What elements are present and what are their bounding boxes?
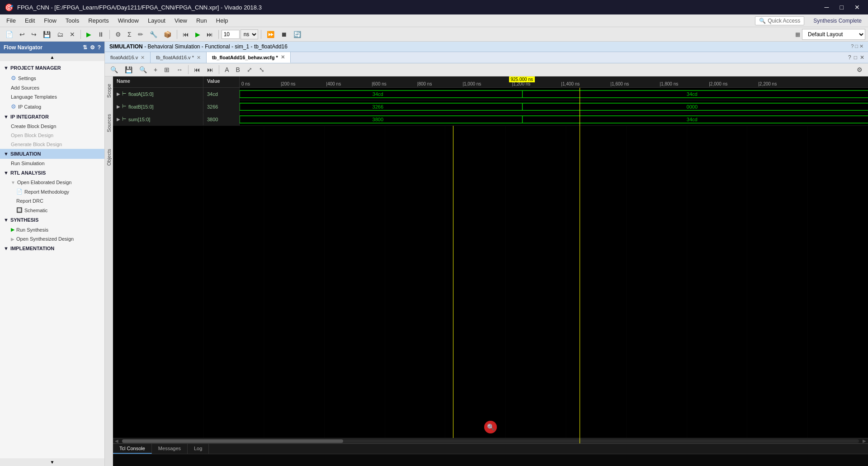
sim-collapse-btn[interactable]: ⤡: [256, 65, 267, 75]
synth-button[interactable]: 🔧: [147, 29, 160, 39]
tab-log[interactable]: Log: [188, 444, 209, 454]
sim-step-button[interactable]: ⏭: [204, 29, 216, 39]
nav-item-settings[interactable]: ⚙ Settings: [0, 73, 104, 83]
compile-button[interactable]: ✏: [135, 29, 146, 39]
scroll-right-btn[interactable]: ▶: [861, 438, 868, 443]
menu-layout[interactable]: Layout: [143, 15, 170, 26]
tab-floatadd16[interactable]: floatAdd16.v ✕: [105, 52, 151, 63]
impl-button[interactable]: 📦: [161, 29, 174, 39]
sim-cursor-b-btn[interactable]: B: [233, 65, 243, 75]
sim-nav-btn[interactable]: ↔: [174, 65, 185, 75]
sim-restart-button[interactable]: ⏮: [180, 29, 192, 39]
tab-tb-floatadd16[interactable]: tb_floatAdd16.v * ✕: [151, 52, 207, 63]
expand-floatb[interactable]: ▶: [117, 104, 120, 109]
nav-item-create-block-design[interactable]: Create Block Design: [0, 122, 104, 131]
scrollbar-thumb[interactable]: [122, 439, 343, 443]
nav-item-run-synthesis[interactable]: ▶ Run Synthesis: [0, 225, 104, 234]
nav-section-simulation[interactable]: ▼ SIMULATION: [0, 149, 104, 159]
tab-messages[interactable]: Messages: [152, 444, 188, 454]
menu-help[interactable]: Help: [212, 15, 233, 26]
run-button[interactable]: ▶: [84, 29, 94, 39]
close-button2[interactable]: ✕: [67, 29, 78, 39]
tab-close-all-btn[interactable]: ✕: [860, 54, 864, 61]
nav-scroll-up[interactable]: ▲: [0, 53, 104, 61]
left-tab-objects[interactable]: Objects: [105, 145, 113, 169]
menu-view[interactable]: View: [170, 15, 192, 26]
scrollbar-track[interactable]: [122, 439, 859, 443]
sim-fit-btn[interactable]: ⊞: [161, 65, 172, 75]
scroll-left-btn[interactable]: ◀: [113, 438, 120, 443]
nav-section-implementation[interactable]: ▼ IMPLEMENTATION: [0, 243, 104, 253]
maximize-button[interactable]: □: [836, 3, 847, 12]
stop-button[interactable]: ⏹: [278, 29, 290, 39]
menu-reports[interactable]: Reports: [84, 15, 113, 26]
magnifier-button[interactable]: 🔍: [484, 421, 497, 433]
title-bar-controls[interactable]: ─ □ ✕: [821, 3, 863, 12]
signal-wave-sum[interactable]: 3800 34cd: [240, 113, 868, 125]
sim-next-edge-btn[interactable]: ⏭: [204, 65, 216, 75]
nav-section-ip-integrator[interactable]: ▼ IP INTEGRATOR: [0, 112, 104, 122]
menu-file[interactable]: File: [2, 15, 20, 26]
left-tab-sources[interactable]: Sources: [105, 110, 113, 136]
nav-sub-item-report-drc[interactable]: Report DRC: [0, 196, 104, 205]
nav-sub-item-report-methodology[interactable]: 📄 Report Methodology: [0, 187, 104, 196]
menu-flow[interactable]: Flow: [39, 15, 61, 26]
tab-help-btn[interactable]: ?: [848, 54, 851, 61]
quick-access-box[interactable]: 🔍 Quick Access: [755, 16, 804, 25]
time-value-input[interactable]: 10: [222, 30, 240, 39]
sim-expand-btn[interactable]: ⤢: [244, 65, 255, 75]
reset-button[interactable]: 🔄: [291, 29, 304, 39]
sim-settings-btn[interactable]: ⚙: [854, 65, 865, 75]
nav-item-run-simulation[interactable]: Run Simulation: [0, 159, 104, 168]
power-button[interactable]: ⚙: [113, 29, 124, 39]
sim-save-btn[interactable]: 💾: [122, 65, 135, 75]
time-unit-select[interactable]: ns ps us: [241, 29, 258, 39]
expand-floata[interactable]: ▶: [117, 91, 120, 96]
nav-item-open-elaborated[interactable]: ▼ Open Elaborated Design: [0, 178, 104, 187]
tab-maximize-btn[interactable]: □: [854, 54, 857, 61]
nav-icon-sync[interactable]: ⇅: [83, 44, 87, 51]
save-all-button[interactable]: 🗂: [54, 29, 66, 39]
waveform-scrollbar[interactable]: ◀ ▶: [113, 438, 868, 443]
menu-edit[interactable]: Edit: [20, 15, 39, 26]
menu-window[interactable]: Window: [113, 15, 143, 26]
forward-button[interactable]: ⏩: [264, 29, 277, 39]
sim-run-button[interactable]: ▶: [193, 29, 203, 39]
nav-header-icons[interactable]: ⇅ ⚙ ?: [83, 44, 101, 51]
nav-sub-item-schematic[interactable]: 🔲 Schematic: [0, 205, 104, 215]
left-tab-scope[interactable]: Scope: [105, 80, 113, 101]
close-button[interactable]: ✕: [851, 3, 863, 12]
nav-icon-settings[interactable]: ⚙: [90, 44, 95, 51]
pause-button[interactable]: ⏸: [95, 29, 107, 39]
nav-item-ip-catalog[interactable]: ⚙ IP Catalog: [0, 101, 104, 112]
menu-tools[interactable]: Tools: [61, 15, 84, 26]
sim-prev-edge-btn[interactable]: ⏮: [191, 65, 203, 75]
redo-button[interactable]: ↪: [28, 29, 39, 39]
nav-item-open-synthesized[interactable]: ▶ Open Synthesized Design: [0, 234, 104, 243]
signal-wave-floata[interactable]: 34cd 34cd: [240, 88, 868, 100]
tab-close-2[interactable]: ✕: [281, 54, 285, 60]
sim-zoom-in-btn[interactable]: 🔍: [108, 65, 121, 75]
tab-close-1[interactable]: ✕: [197, 55, 201, 61]
nav-icon-help[interactable]: ?: [98, 44, 101, 51]
minimize-button[interactable]: ─: [821, 3, 833, 12]
sigma-button[interactable]: Σ: [125, 29, 134, 39]
save-button[interactable]: 💾: [40, 29, 53, 39]
sim-zoom-plus-btn[interactable]: +: [151, 65, 160, 75]
nav-item-add-sources[interactable]: Add Sources: [0, 83, 104, 92]
sim-zoom-out-btn[interactable]: 🔍: [137, 65, 150, 75]
nav-section-rtl[interactable]: ▼ RTL ANALYSIS: [0, 168, 104, 178]
sim-cursor-a-btn[interactable]: A: [222, 65, 231, 75]
tab-close-0[interactable]: ✕: [141, 55, 145, 61]
tab-wcfg[interactable]: tb_floatAdd16_behav.wcfg * ✕: [207, 52, 291, 63]
expand-sum[interactable]: ▶: [117, 117, 120, 122]
new-file-button[interactable]: 📄: [3, 29, 16, 39]
nav-item-language-templates[interactable]: Language Templates: [0, 92, 104, 101]
sim-header-icons[interactable]: ? □ ✕: [851, 43, 863, 49]
signal-wave-floatb[interactable]: 3266 0000: [240, 100, 868, 113]
menu-run[interactable]: Run: [192, 15, 212, 26]
undo-button[interactable]: ↩: [17, 29, 28, 39]
tab-tcl-console[interactable]: Tcl Console: [113, 444, 152, 454]
nav-section-project-manager[interactable]: ▼ PROJECT MANAGER: [0, 63, 104, 73]
nav-scroll-down[interactable]: ▼: [0, 458, 104, 466]
